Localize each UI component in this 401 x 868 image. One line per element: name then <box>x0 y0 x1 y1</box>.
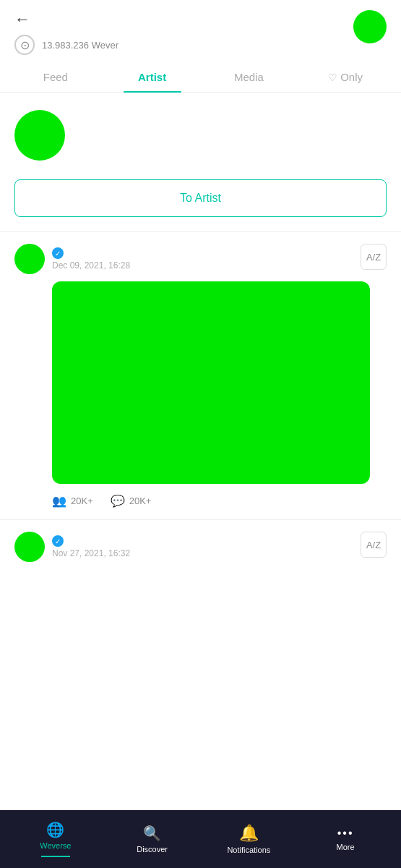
more-icon: ••• <box>337 827 354 840</box>
profile-bar: ⊙ 13.983.236 Wever <box>0 35 401 62</box>
post-1-verified: ✓ <box>52 247 130 259</box>
header: ← ••• <box>0 0 401 35</box>
post-2-date: Nov 27, 2021, 16:32 <box>52 548 130 558</box>
post-2-header: ✓ Nov 27, 2021, 16:32 A/Z <box>14 532 387 562</box>
follower-count: 13.983.236 Wever <box>42 40 118 51</box>
post-1-avatar[interactable] <box>14 244 45 274</box>
tab-bar: Feed Artist Media ♡ Only <box>0 62 401 93</box>
post-1-stats: 👥 20K+ 💬 20K+ <box>52 494 387 519</box>
tab-media[interactable]: Media <box>201 62 298 92</box>
tab-feed[interactable]: Feed <box>7 62 104 92</box>
post-1-image[interactable] <box>52 281 370 484</box>
post-1-comments[interactable]: 💬 20K+ <box>111 494 152 508</box>
post-1-likes-count: 20K+ <box>71 495 93 506</box>
post-2-meta: ✓ Nov 27, 2021, 16:32 <box>52 535 130 558</box>
translate-button-2[interactable]: A/Z <box>361 532 387 558</box>
tab-artist[interactable]: Artist <box>104 62 201 92</box>
profile-check-icon: ⊙ <box>14 35 35 55</box>
verified-badge-2: ✓ <box>52 535 64 547</box>
nav-discover-label: Discover <box>137 845 168 854</box>
back-button[interactable]: ← <box>14 12 30 27</box>
nav-weverse-label: Weverse <box>40 841 71 850</box>
post-2: ✓ Nov 27, 2021, 16:32 A/Z <box>0 520 401 562</box>
nav-active-indicator <box>41 856 70 857</box>
comments-icon: 💬 <box>111 494 125 508</box>
post-1-meta: ✓ Dec 09, 2021, 16:28 <box>52 247 130 271</box>
post-1-header: ✓ Dec 09, 2021, 16:28 A/Z <box>14 244 387 274</box>
artist-profile-section <box>0 93 401 172</box>
nav-more[interactable]: ••• More <box>297 827 394 851</box>
nav-discover[interactable]: 🔍 Discover <box>104 825 201 854</box>
artist-avatar-large[interactable] <box>14 110 65 161</box>
tab-only[interactable]: ♡ Only <box>297 62 394 92</box>
likes-icon: 👥 <box>52 494 66 508</box>
post-2-verified: ✓ <box>52 535 130 547</box>
discover-icon: 🔍 <box>143 825 161 842</box>
nav-more-label: More <box>337 843 355 851</box>
post-2-author: ✓ Nov 27, 2021, 16:32 <box>14 532 130 562</box>
weverse-icon: 🌐 <box>46 821 64 838</box>
post-1-date: Dec 09, 2021, 16:28 <box>52 260 130 271</box>
post-1-author: ✓ Dec 09, 2021, 16:28 <box>14 244 130 274</box>
to-artist-button[interactable]: To Artist <box>14 179 387 217</box>
post-2-avatar[interactable] <box>14 532 45 562</box>
verified-badge-1: ✓ <box>52 247 64 259</box>
post-1: ✓ Dec 09, 2021, 16:28 A/Z 👥 20K+ 💬 20K+ <box>0 232 401 519</box>
nav-notifications-label: Notifications <box>227 846 270 854</box>
heart-icon: ♡ <box>328 72 337 83</box>
header-avatar[interactable] <box>353 10 387 43</box>
notifications-icon: 🔔 <box>239 824 259 843</box>
bottom-nav: 🌐 Weverse 🔍 Discover 🔔 Notifications •••… <box>0 810 401 868</box>
nav-notifications[interactable]: 🔔 Notifications <box>201 824 298 854</box>
post-1-comments-count: 20K+ <box>129 495 152 506</box>
post-1-likes[interactable]: 👥 20K+ <box>52 494 93 508</box>
post-1-body: 👥 20K+ 💬 20K+ <box>14 281 387 519</box>
nav-weverse[interactable]: 🌐 Weverse <box>7 821 104 857</box>
translate-button-1[interactable]: A/Z <box>361 244 387 270</box>
